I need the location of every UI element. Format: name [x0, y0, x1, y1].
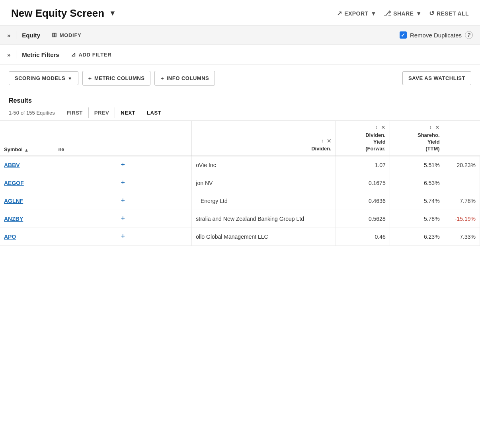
reset-icon: ↺: [429, 10, 434, 17]
col-header-symbol: Symbol ▲: [0, 121, 54, 156]
metric-columns-plus-icon: +: [88, 75, 92, 82]
title-caret[interactable]: ▼: [109, 9, 116, 18]
name-cell: oVie Inc: [192, 156, 336, 174]
add-row-button[interactable]: +: [54, 228, 192, 245]
remove-col-shareho-icon[interactable]: ✕: [435, 124, 440, 131]
export-caret: ▼: [371, 10, 376, 17]
remove-duplicates-help[interactable]: ?: [465, 31, 473, 39]
header-left: New Equity Screen ▼: [11, 7, 116, 19]
shareho-yield-cell: 7.78%: [444, 192, 480, 210]
remove-duplicates-control: Remove Duplicates ?: [400, 31, 473, 39]
header-right: ↗ EXPORT ▼ ⎇ SHARE ▼ ↺ RESET ALL: [337, 10, 469, 17]
table-row: ABBV + oVie Inc 1.07 5.51% 20.23%: [0, 156, 480, 174]
col-header-dividen: ↕ ✕ Dividen.: [192, 121, 336, 156]
dividen-yield-cell: 6.23%: [390, 228, 444, 245]
symbol-sort-icon[interactable]: ▲: [24, 148, 29, 152]
equity-label: Equity: [22, 32, 40, 39]
add-row-button[interactable]: +: [54, 174, 192, 192]
table-row: AGLNF + _ Energy Ltd 0.4636 5.74% 7.78%: [0, 192, 480, 210]
equity-collapse-icon[interactable]: »: [7, 32, 10, 39]
export-icon: ↗: [337, 10, 342, 17]
name-cell: ollo Global Management LLC: [192, 228, 336, 245]
dividen-yield-cell: 6.53%: [390, 174, 444, 192]
table-row: APO + ollo Global Management LLC 0.46 6.…: [0, 228, 480, 245]
share-icon: ⎇: [384, 10, 391, 17]
page-header: New Equity Screen ▼ ↗ EXPORT ▼ ⎇ SHARE ▼…: [0, 0, 480, 25]
metric-filters-label: Metric Filters: [22, 51, 59, 58]
symbol-cell[interactable]: APO: [0, 228, 54, 245]
results-table-wrapper: Symbol ▲ ne ↕ ✕ Dividen.: [0, 121, 480, 246]
info-columns-button[interactable]: + INFO COLUMNS: [154, 71, 215, 86]
dividen-yield-col-label: Dividen.Yield(Forwar.: [340, 132, 386, 152]
symbol-cell[interactable]: ANZBY: [0, 210, 54, 228]
dividen-cell: 0.5628: [336, 210, 390, 228]
remove-duplicates-label: Remove Duplicates: [410, 32, 462, 39]
name-col-label: ne: [58, 146, 64, 152]
results-label: Results: [9, 97, 471, 104]
info-columns-plus-icon: +: [160, 75, 164, 82]
dividen-col-label: Dividen.: [196, 146, 332, 152]
prev-button[interactable]: PREV: [89, 107, 115, 118]
equity-section-bar: » Equity ⊞ MODIFY Remove Duplicates ?: [0, 25, 480, 45]
modify-sliders-icon: ⊞: [52, 31, 57, 39]
results-table: Symbol ▲ ne ↕ ✕ Dividen.: [0, 121, 480, 246]
add-row-button[interactable]: +: [54, 192, 192, 210]
dividen-cell: 0.4636: [336, 192, 390, 210]
dividen-cell: 0.46: [336, 228, 390, 245]
symbol-col-label: Symbol: [4, 146, 23, 152]
dividen-cell: 0.1675: [336, 174, 390, 192]
col-header-dividen-yield: ↕ ✕ Dividen.Yield(Forwar.: [336, 121, 390, 156]
filters-divider-2: [65, 51, 65, 58]
dividen-yield-cell: 5.78%: [390, 210, 444, 228]
results-section: Results 1-50 of 155 Equities FIRST PREV …: [0, 92, 480, 121]
dividen-yield-cell: 5.51%: [390, 156, 444, 174]
resize-col-shareho-icon[interactable]: ↕: [429, 125, 432, 130]
metric-columns-button[interactable]: + METRIC COLUMNS: [82, 71, 151, 86]
share-button[interactable]: ⎇ SHARE ▼: [384, 10, 422, 17]
resize-col-dividen-icon[interactable]: ↕: [321, 138, 324, 144]
bar-divider-1: [16, 31, 16, 39]
modify-button[interactable]: ⊞ MODIFY: [52, 31, 81, 39]
col-header-name: ne: [54, 121, 192, 156]
add-row-button[interactable]: +: [54, 210, 192, 228]
remove-col-yield-icon[interactable]: ✕: [381, 124, 386, 131]
symbol-cell[interactable]: AEGOF: [0, 174, 54, 192]
export-button[interactable]: ↗ EXPORT ▼: [337, 10, 377, 17]
scoring-models-button[interactable]: SCORING MODELS ▼: [9, 71, 78, 85]
name-cell: jon NV: [192, 174, 336, 192]
next-button[interactable]: NEXT: [115, 107, 141, 118]
add-row-button[interactable]: +: [54, 156, 192, 174]
name-cell: stralia and New Zealand Banking Group Lt…: [192, 210, 336, 228]
col-header-shareho-yield: ↕ ✕ Shareho.Yield(TTM): [390, 121, 444, 156]
bar-divider-2: [46, 31, 46, 39]
table-row: AEGOF + jon NV 0.1675 6.53%: [0, 174, 480, 192]
name-cell: _ Energy Ltd: [192, 192, 336, 210]
reset-all-button[interactable]: ↺ RESET ALL: [429, 10, 469, 17]
page-title: New Equity Screen: [11, 7, 104, 19]
symbol-cell[interactable]: ABBV: [0, 156, 54, 174]
add-filter-button[interactable]: ⊿ ADD FILTER: [71, 51, 111, 58]
table-row: ANZBY + stralia and New Zealand Banking …: [0, 210, 480, 228]
resize-col-yield-icon[interactable]: ↕: [375, 125, 378, 130]
results-toolbar: SCORING MODELS ▼ + METRIC COLUMNS + INFO…: [0, 64, 480, 92]
dividen-cell: 1.07: [336, 156, 390, 174]
share-caret: ▼: [416, 10, 421, 17]
filter-icon: ⊿: [71, 51, 76, 58]
shareho-yield-cell: 20.23%: [444, 156, 480, 174]
last-button[interactable]: LAST: [141, 107, 167, 118]
remove-col-dividen-icon[interactable]: ✕: [327, 138, 332, 144]
scoring-models-caret: ▼: [68, 76, 72, 81]
symbol-cell[interactable]: AGLNF: [0, 192, 54, 210]
first-button[interactable]: FIRST: [61, 107, 89, 118]
pagination-info: 1-50 of 155 Equities: [9, 110, 55, 116]
filters-divider-1: [16, 51, 16, 58]
shareho-yield-col-label: Shareho.Yield(TTM): [394, 132, 440, 152]
metric-filters-bar: » Metric Filters ⊿ ADD FILTER: [0, 45, 480, 64]
shareho-yield-cell: -15.19%: [444, 210, 480, 228]
save-watchlist-button[interactable]: SAVE AS WATCHLIST: [402, 71, 471, 85]
filters-collapse-icon[interactable]: »: [7, 51, 10, 58]
remove-duplicates-checkbox[interactable]: [400, 31, 407, 39]
dividen-yield-cell: 5.74%: [390, 192, 444, 210]
shareho-yield-cell: 7.33%: [444, 228, 480, 245]
shareho-yield-cell: [444, 174, 480, 192]
